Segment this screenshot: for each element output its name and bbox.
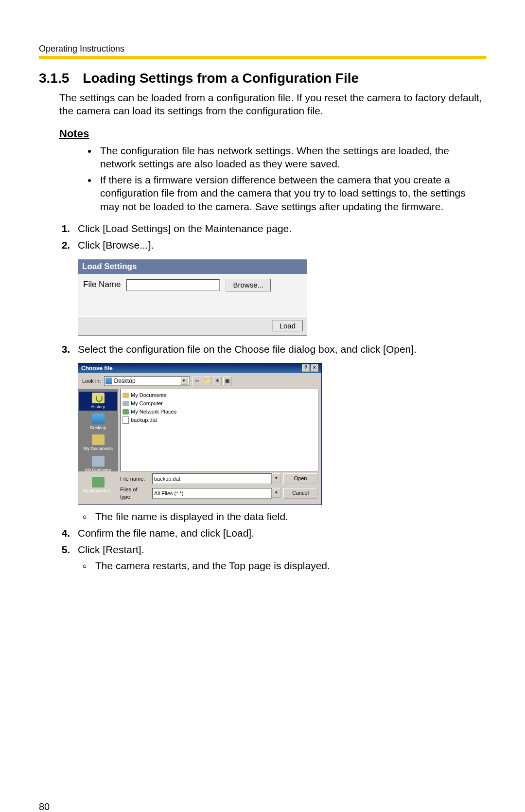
lookin-dropdown[interactable]: Desktop ▾: [104, 376, 190, 386]
substep-item: The file name is displayed in the data f…: [92, 510, 486, 523]
running-header: Operating Instructions: [39, 44, 486, 54]
notes-list: The configuration file has network setti…: [97, 144, 486, 213]
filetype-label: Files of type:: [120, 486, 149, 501]
toolbar-icons: ⇦ 📁 ✳ ▦: [192, 377, 232, 385]
network-icon: [122, 409, 129, 415]
note-item: If there is a firmware version differenc…: [97, 173, 486, 213]
sidebar-label: My Computer: [85, 468, 111, 472]
dialog-main: History Desktop My Documents My Computer…: [78, 389, 321, 471]
step-2: Click [Browse...]. Load Settings File Na…: [73, 238, 486, 335]
list-item[interactable]: My Computer: [122, 399, 316, 408]
network-icon: [92, 477, 105, 487]
step-5: Click [Restart]. The camera restarts, an…: [73, 543, 486, 573]
file-label: backup.dat: [131, 416, 157, 424]
dialog-toolbar: Look in: Desktop ▾ ⇦ 📁 ✳ ▦: [78, 373, 321, 389]
filetype-value: All Files (*.*): [152, 488, 272, 499]
sidebar-label: My Documents: [84, 446, 113, 451]
step-text: Click [Load Settings] on the Maintenance…: [78, 223, 292, 234]
file-icon: [122, 416, 129, 424]
folder-icon: [122, 393, 129, 398]
back-icon[interactable]: ⇦: [192, 377, 201, 385]
panel-footer: Load: [78, 316, 307, 335]
file-list[interactable]: My Documents My Computer My Network Plac…: [120, 389, 318, 471]
filetype-field[interactable]: All Files (*.*)▾: [152, 488, 280, 499]
chevron-down-icon[interactable]: ▾: [180, 377, 188, 385]
computer-icon: [92, 456, 105, 467]
sidebar-mydocs[interactable]: My Documents: [79, 433, 117, 452]
sidebar-mycomputer[interactable]: My Computer: [79, 455, 117, 474]
cancel-button[interactable]: Cancel: [283, 488, 317, 499]
desktop-icon: [105, 378, 112, 384]
file-name-input[interactable]: [126, 279, 220, 291]
open-button[interactable]: Open: [283, 473, 317, 484]
file-label: My Network Places: [131, 408, 176, 415]
new-folder-icon[interactable]: ✳: [213, 377, 222, 385]
help-icon[interactable]: ?: [302, 364, 310, 372]
step-4: Confirm the file name, and click [Load].: [73, 526, 486, 540]
lookin-label: Look in:: [82, 378, 101, 385]
filename-field[interactable]: backup.dat▾: [152, 473, 280, 484]
chevron-down-icon[interactable]: ▾: [272, 473, 280, 483]
close-icon[interactable]: ×: [311, 364, 318, 372]
history-icon: [92, 393, 105, 403]
browse-button[interactable]: Browse...: [226, 279, 271, 291]
places-sidebar: History Desktop My Documents My Computer…: [78, 389, 118, 471]
dialog-title: Choose file: [81, 364, 113, 372]
dialog-titlebar: Choose file ? ×: [78, 363, 321, 373]
window-controls: ? ×: [302, 364, 318, 372]
load-button[interactable]: Load: [272, 320, 303, 331]
sidebar-network[interactable]: My Network P...: [79, 476, 117, 495]
load-settings-panel: Load Settings File Name Browse... Load: [78, 259, 307, 336]
lookin-value: Desktop: [114, 377, 136, 385]
sidebar-history[interactable]: History: [79, 392, 117, 411]
note-item: The configuration file has network setti…: [97, 144, 486, 171]
computer-icon: [122, 401, 129, 406]
substep-list: The file name is displayed in the data f…: [92, 510, 486, 523]
panel-body: File Name Browse...: [78, 274, 307, 316]
list-item[interactable]: backup.dat: [122, 416, 316, 424]
step-3: Select the configuration file on the Cho…: [73, 343, 486, 524]
filename-label: File name:: [120, 475, 149, 483]
list-item[interactable]: My Network Places: [122, 408, 316, 416]
up-icon[interactable]: 📁: [203, 377, 211, 385]
sidebar-label: History: [91, 404, 105, 409]
intro-paragraph: The settings can be loaded from a config…: [59, 91, 486, 118]
section-number: 3.1.5: [39, 71, 69, 86]
steps-list: Click [Load Settings] on the Maintenance…: [73, 222, 486, 573]
panel-title: Load Settings: [78, 260, 307, 274]
notes-heading: Notes: [59, 127, 486, 140]
step-text: Click [Restart].: [78, 544, 144, 555]
sidebar-label: Desktop: [90, 425, 106, 430]
header-rule: [39, 56, 486, 59]
sidebar-label: My Network P...: [83, 488, 113, 493]
substep-item: The camera restarts, and the Top page is…: [92, 559, 486, 573]
step-text: Confirm the file name, and click [Load].: [78, 527, 254, 539]
section-title-text: Loading Settings from a Configuration Fi…: [83, 71, 359, 86]
chevron-down-icon[interactable]: ▾: [272, 488, 280, 498]
choose-file-dialog: Choose file ? × Look in: Desktop ▾ ⇦: [78, 363, 322, 505]
step-text: Click [Browse...].: [78, 239, 154, 251]
step-text: Select the configuration file on the Cho…: [78, 343, 417, 355]
section-heading: 3.1.5Loading Settings from a Configurati…: [39, 71, 486, 86]
folder-icon: [92, 434, 105, 445]
page-number: 80: [39, 801, 50, 812]
list-item[interactable]: My Documents: [122, 391, 316, 399]
file-label: My Documents: [131, 392, 166, 399]
file-name-label: File Name: [83, 279, 121, 290]
sidebar-desktop[interactable]: Desktop: [79, 413, 117, 432]
desktop-icon: [92, 414, 105, 424]
file-label: My Computer: [131, 400, 163, 407]
filename-value: backup.dat: [152, 473, 272, 484]
view-icon[interactable]: ▦: [223, 377, 232, 385]
step-1: Click [Load Settings] on the Maintenance…: [73, 222, 486, 235]
substep-list: The camera restarts, and the Top page is…: [92, 559, 486, 573]
